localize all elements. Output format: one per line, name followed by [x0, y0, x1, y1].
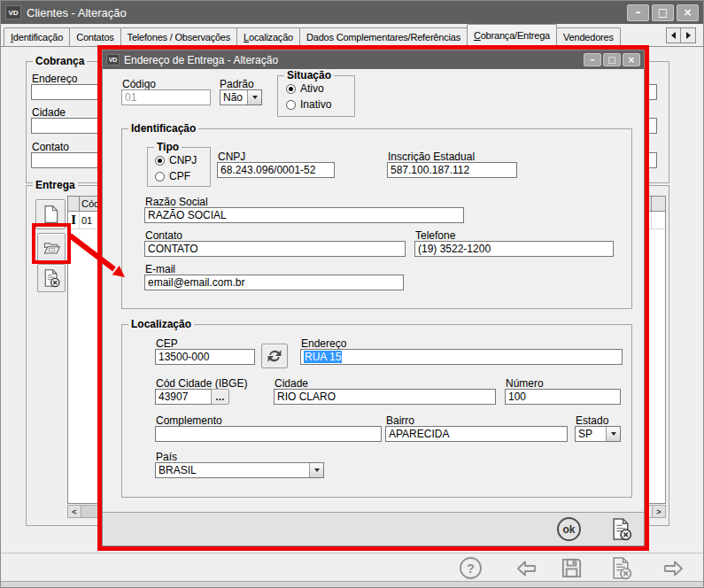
tab-contatos[interactable]: Contatos: [69, 27, 120, 46]
cnpj-radio[interactable]: CNPJ: [155, 154, 197, 166]
estado-combobox[interactable]: SP: [575, 426, 621, 442]
document-x-icon: [42, 268, 61, 288]
situacao-legend: Situação: [284, 69, 334, 81]
email-label: E-mail: [145, 263, 175, 275]
inscricao-estadual-field[interactable]: 587.100.187.112: [387, 162, 517, 178]
identificacao-legend: Identificação: [128, 122, 198, 135]
email-field[interactable]: email@email.com.br: [144, 275, 404, 290]
dialog-maximize-button[interactable]: □: [603, 53, 621, 66]
window-bottom-frame: [1, 581, 703, 587]
app-icon: VD: [5, 5, 21, 19]
cep-field[interactable]: 13500-000: [155, 349, 255, 365]
complemento-label: Complemento: [156, 414, 222, 427]
pais-label: País: [156, 451, 177, 463]
padrao-label: Padrão: [220, 78, 254, 90]
cidade-field[interactable]: RIO CLARO: [274, 389, 496, 405]
contato-field[interactable]: CONTATO: [144, 241, 406, 257]
help-button[interactable]: ?: [459, 556, 483, 580]
next-record-button[interactable]: [661, 556, 686, 581]
codigo-field[interactable]: 01: [121, 89, 211, 105]
radio-dot-icon: [286, 100, 296, 110]
chevron-down-icon: [252, 96, 258, 99]
cobranca-contato-label: Contato: [32, 141, 69, 153]
cod-cidade-field[interactable]: 43907: [155, 389, 212, 405]
padrao-dropdown-button[interactable]: [247, 90, 261, 104]
endereco-field[interactable]: RUA 15: [300, 349, 623, 365]
tab-telefones-observacoes[interactable]: Telefones / Observações: [120, 27, 237, 46]
cep-label: CEP: [156, 337, 178, 350]
cnpj-field[interactable]: 68.243.096/0001-52: [217, 162, 335, 178]
previous-record-button[interactable]: [514, 556, 538, 581]
annotation-arrow: [63, 227, 143, 289]
razao-social-field[interactable]: RAZÃO SOCIAL: [144, 207, 464, 223]
complemento-field[interactable]: [155, 426, 382, 442]
grid-selector-column-header: [68, 197, 80, 211]
window-titlebar[interactable]: VD Clientes - Alteração – □ ×: [1, 1, 703, 24]
inscricao-estadual-label: Inscrição Estadual: [388, 151, 475, 163]
new-document-icon: [41, 205, 60, 224]
situacao-group: Situação Ativo Inativo: [277, 75, 355, 117]
dialog-titlebar[interactable]: VD Endereço de Entrega - Alteração – □ ×: [103, 50, 644, 69]
estado-value: SP: [576, 427, 606, 441]
save-button[interactable]: [560, 556, 584, 580]
numero-label: Número: [506, 377, 544, 390]
tab-scroll-left-button[interactable]: [666, 27, 681, 43]
estado-dropdown-button[interactable]: [606, 427, 620, 441]
radio-dot-icon: [155, 156, 165, 166]
dialog-close-button[interactable]: ×: [623, 53, 640, 66]
close-button[interactable]: ×: [677, 4, 699, 21]
window-title: Clientes - Alteração: [27, 6, 619, 19]
identificacao-group: Identificação Tipo CNPJ CPF CNPJ 68.243.…: [121, 128, 632, 309]
padrao-value: Não: [220, 90, 247, 104]
padrao-combobox[interactable]: Não: [220, 89, 262, 105]
telefone-label: Telefone: [415, 229, 455, 242]
cobranca-cidade-label: Cidade: [32, 106, 66, 119]
maximize-button[interactable]: □: [652, 4, 674, 21]
telefone-field[interactable]: (19) 3522-1200: [414, 241, 614, 257]
ok-button[interactable]: ok: [557, 517, 581, 541]
chevron-down-icon: [314, 468, 320, 472]
entrega-legend: Entrega: [33, 179, 78, 191]
bairro-field[interactable]: APARECIDA: [385, 426, 568, 442]
ativo-radio[interactable]: Ativo: [286, 82, 324, 95]
selected-text: RUA 15: [304, 351, 342, 363]
tab-scroll-right-button[interactable]: [681, 27, 696, 43]
dialog-footer: ok: [103, 512, 644, 545]
contato-label: Contato: [145, 229, 182, 242]
main-window: VD Clientes - Alteração – □ × Identifica…: [0, 0, 704, 588]
delete-record-button[interactable]: [37, 264, 66, 292]
chevron-left-icon: [671, 32, 676, 39]
cod-cidade-browse-button[interactable]: …: [211, 389, 229, 405]
cep-lookup-button[interactable]: [261, 344, 288, 368]
radio-dot-icon: [155, 172, 165, 182]
arrow-right-icon: [665, 562, 682, 576]
minimize-button[interactable]: –: [627, 4, 649, 21]
sync-arrows-icon: [266, 347, 283, 365]
dialog-minimize-button[interactable]: –: [584, 53, 601, 66]
dialog-cancel-button[interactable]: [609, 517, 633, 541]
tab-localizacao[interactable]: Localização: [236, 27, 300, 46]
chevron-right-icon: [686, 32, 691, 39]
tab-dados-complementares[interactable]: Dados Complementares/Referências: [299, 27, 468, 46]
cobranca-legend: Cobrança: [33, 55, 87, 67]
pais-combobox[interactable]: BRASIL: [155, 462, 324, 478]
dialog-app-icon: VD: [106, 54, 120, 66]
dialog-frame: VD Endereço de Entrega - Alteração – □ ×…: [102, 50, 645, 546]
scroll-left-button[interactable]: <: [68, 506, 81, 517]
localizacao-legend: Localização: [128, 318, 194, 330]
tab-identificacao[interactable]: Identificação: [4, 27, 70, 46]
tipo-legend: Tipo: [154, 141, 182, 153]
tab-cobranca-entrega[interactable]: Cobrança/Entrega: [467, 24, 557, 46]
grid-column-2-header[interactable]: [652, 197, 665, 211]
localizacao-group: Localização CEP 13500-000 Endereço RUA 1…: [121, 324, 632, 498]
tab-vendedores[interactable]: Vendedores: [556, 27, 621, 46]
dialog-title: Endereço de Entrega - Alteração: [124, 54, 577, 66]
cpf-radio[interactable]: CPF: [155, 170, 190, 182]
tab-bar: Identificação Contatos Telefones / Obser…: [1, 24, 703, 47]
document-x-icon: [614, 558, 631, 578]
inativo-radio[interactable]: Inativo: [286, 98, 331, 111]
pais-dropdown-button[interactable]: [309, 463, 323, 477]
cancel-button[interactable]: [609, 556, 633, 580]
numero-field[interactable]: 100: [505, 389, 621, 405]
scroll-right-button[interactable]: >: [652, 506, 665, 517]
